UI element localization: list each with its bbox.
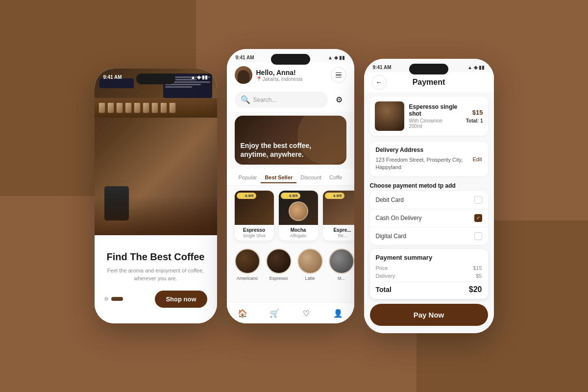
bottom-nav: 🏠 🛒 ♡ 👤 [227, 302, 354, 323]
search-icon: 🔍 [241, 95, 250, 104]
coffee-machine [104, 186, 129, 220]
price-value: $15 [473, 265, 482, 271]
dot-1 [104, 297, 108, 301]
nav-home[interactable]: 🏠 [237, 308, 248, 318]
product-card-espresso[interactable]: ⭐ 4.9/5 Espresso Single Shot [235, 191, 274, 241]
tabs-row: Popular Best Seller Discount Coffe [227, 169, 354, 186]
summary-title: Payment summary [376, 254, 482, 261]
filter-button[interactable]: ⚙ [332, 93, 346, 107]
search-input-wrap[interactable]: 🔍 Search... [235, 92, 328, 108]
debit-label: Debit Card [376, 196, 404, 203]
product-card-mocha[interactable]: ⭐ 4.9/5 Mocha Affogato [279, 191, 318, 241]
product-img-esp2: ⭐ 4.9/5 [323, 191, 354, 225]
dot-2 [111, 297, 123, 301]
payment-method-debit[interactable]: Debit Card [370, 191, 488, 209]
edit-link[interactable]: Edit [473, 156, 482, 162]
digital-checkbox[interactable] [474, 232, 482, 240]
search-placeholder: Search... [253, 97, 277, 103]
phone-payment: 9:41 AM ▲ ◈ ▮▮ ← Payment Esperesso singl… [364, 59, 494, 333]
avatar [235, 66, 252, 84]
tab-discount[interactable]: Discount [296, 172, 325, 183]
delivery-title: Delivery Address [376, 147, 482, 153]
total-value: $20 [469, 285, 482, 294]
page-dots [104, 297, 123, 301]
total-label: Total [376, 286, 392, 294]
landing-title: Find The Best Coffee [106, 251, 204, 263]
product-name-mocha: Mocha [279, 225, 318, 233]
cod-checkbox[interactable]: ✓ [474, 214, 482, 222]
tab-popular[interactable]: Popular [235, 172, 261, 183]
digital-label: Digital Card [376, 233, 407, 240]
tab-coffee[interactable]: Coffe [325, 172, 346, 183]
nav-wishlist[interactable]: ♡ [301, 308, 312, 318]
product-img-mocha: ⭐ 4.9/5 [279, 191, 318, 225]
product-card-esp2[interactable]: ⭐ 4.9/5 Espre... Tor... [323, 191, 354, 241]
menu-button[interactable] [331, 67, 346, 83]
circle-more[interactable]: M... [329, 248, 354, 281]
user-info: Hello, Anna! Jakarta, Indonesia [235, 66, 303, 84]
espresso-img [266, 248, 292, 274]
payment-methods-title: Choose payment metod tp add [370, 182, 488, 189]
tab-best-seller[interactable]: Best Seller [261, 172, 296, 183]
product-sub-espresso: Single Shot [235, 233, 274, 241]
product-sub-mocha: Affogato [279, 233, 318, 241]
nav-profile[interactable]: 👤 [333, 308, 343, 318]
circle-espresso[interactable]: Espresso [266, 248, 292, 281]
summary-divider [376, 282, 482, 282]
debit-checkbox[interactable] [474, 196, 482, 204]
rating-esp2: ⭐ 4.9/5 [325, 193, 344, 199]
time-1: 9:41 AM [103, 74, 122, 80]
shop-now-button[interactable]: Shop now [155, 291, 207, 308]
landing-footer: Shop now [104, 291, 207, 308]
payment-methods-card: Debit Card Cash On Delivery ✓ Digital Ca… [370, 191, 488, 245]
hero-text: Enjoy the best coffee, anytime, anywhere… [241, 141, 341, 159]
products-row: ⭐ 4.9/5 Espresso Single Shot ⭐ 4.9/5 Moc… [227, 186, 354, 245]
order-price: $15 [472, 109, 483, 116]
delivery-label: Delivery [376, 273, 395, 279]
product-name-esp2: Espre... [323, 225, 354, 233]
coffee-circles-row: Americano Espresso Latte M... [227, 245, 354, 284]
latte-img [297, 248, 323, 274]
status-icons-3: ▲ ◈ ▮▮ [467, 65, 485, 70]
product-name-espresso: Espresso [235, 225, 274, 233]
product-img-espresso: ⭐ 4.9/5 [235, 191, 274, 225]
pay-now-button[interactable]: Pay Now [370, 304, 488, 326]
circle-americano[interactable]: Americano [235, 248, 260, 281]
price-label: Price [376, 265, 388, 271]
location: Jakarta, Indonesia [256, 76, 303, 82]
order-volume: 200ml [409, 123, 461, 129]
notch-3 [409, 64, 448, 74]
espresso-label: Espresso [270, 276, 288, 281]
cod-label: Cash On Delivery [376, 215, 422, 221]
landing-bottom: Find The Best Coffee Feel the aroma and … [95, 235, 217, 323]
address-text: 123 Freedom Street, Prosperity City, Hap… [376, 156, 473, 172]
rating-espresso: ⭐ 4.9/5 [237, 193, 256, 199]
product-sub-esp2: Tor... [323, 233, 354, 241]
nav-cart[interactable]: 🛒 [269, 308, 280, 318]
circle-latte[interactable]: Latte [297, 248, 323, 281]
extra-img [329, 248, 354, 274]
search-bar: 🔍 Search... ⚙ [227, 88, 354, 112]
americano-label: Americano [237, 276, 258, 281]
delivery-address-row: 123 Freedom Street, Prosperity City, Hap… [376, 156, 482, 172]
payment-summary-card: Payment summary Price $15 Delivery $5 To… [370, 249, 488, 299]
status-icons-1: ▲ ◈ ▮▮ [191, 74, 208, 80]
rating-mocha: ⭐ 4.9/5 [281, 193, 300, 199]
order-details: Esperesso single shot With Cinnamon 200m… [409, 103, 461, 129]
shelf [95, 98, 217, 118]
status-icons-2: ▲ ◈ ▮▮ [328, 55, 345, 60]
user-greeting-block: Hello, Anna! Jakarta, Indonesia [256, 69, 303, 82]
back-button[interactable]: ← [372, 75, 387, 90]
price-row: Price $15 [376, 265, 482, 271]
order-image [375, 101, 404, 131]
home-header: Hello, Anna! Jakarta, Indonesia [227, 62, 354, 88]
coffee-shop-image: 9:41 AM ▲ ◈ ▮▮ [95, 69, 217, 235]
payment-method-cod[interactable]: Cash On Delivery ✓ [370, 209, 488, 227]
hero-banner: Enjoy the best coffee, anytime, anywhere… [235, 116, 346, 165]
payment-method-digital[interactable]: Digital Card [370, 227, 488, 245]
delivery-row: Delivery $5 [376, 273, 482, 279]
filter-icon: ⚙ [336, 95, 343, 104]
delivery-value: $5 [476, 273, 482, 279]
order-name: Esperesso single shot [409, 103, 461, 117]
phone-landing: 9:41 AM ▲ ◈ ▮▮ [95, 69, 217, 323]
